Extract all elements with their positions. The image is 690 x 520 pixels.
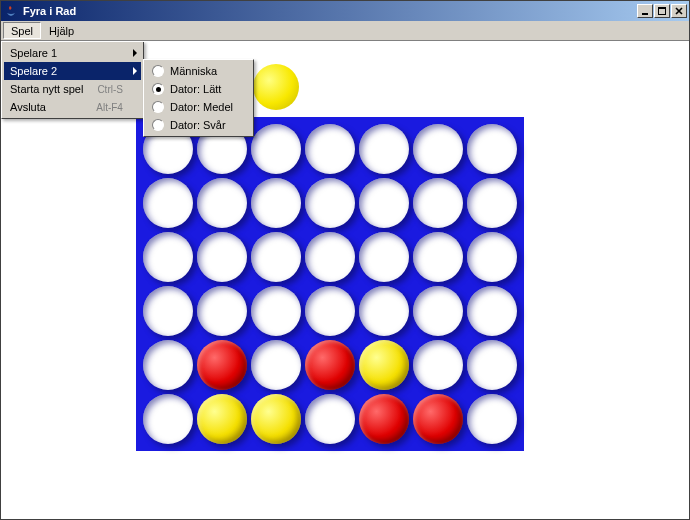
board-cell[interactable] [467, 232, 517, 282]
submenu-item-medium-label: Dator: Medel [170, 101, 233, 113]
board-cell[interactable] [305, 232, 355, 282]
board-cell[interactable] [305, 124, 355, 174]
board-cell[interactable] [251, 124, 301, 174]
board-cell[interactable] [305, 178, 355, 228]
menu-item-quit-label: Avsluta [10, 101, 82, 113]
board-cell[interactable] [467, 394, 517, 444]
board-cell[interactable] [143, 286, 193, 336]
menu-hjalp[interactable]: Hjälp [41, 22, 82, 39]
board-cell[interactable] [413, 340, 463, 390]
board-cell[interactable] [413, 232, 463, 282]
submenu-arrow-icon [133, 49, 137, 57]
board-cell[interactable] [359, 124, 409, 174]
content-area: Spelare 1 Spelare 2 Starta nytt spel Ctr… [1, 41, 689, 519]
java-icon [3, 3, 19, 19]
minimize-button[interactable] [637, 4, 653, 18]
board-cell[interactable] [305, 286, 355, 336]
board-cell[interactable] [359, 232, 409, 282]
player2-submenu: Människa Dator: Lätt Dator: Medel Dator:… [143, 59, 254, 137]
board-grid [143, 124, 517, 444]
radio-checked-icon [152, 83, 164, 95]
board-cell[interactable] [251, 178, 301, 228]
board-cell[interactable] [143, 394, 193, 444]
menubar: Spel Hjälp [1, 21, 689, 41]
board-cell[interactable] [359, 340, 409, 390]
board-cell[interactable] [251, 286, 301, 336]
submenu-arrow-icon [133, 67, 137, 75]
board-cell[interactable] [251, 232, 301, 282]
radio-icon [152, 119, 164, 131]
board-cell[interactable] [143, 178, 193, 228]
svg-rect-0 [642, 13, 648, 15]
board-cell[interactable] [413, 178, 463, 228]
menu-hjalp-label: Hjälp [49, 25, 74, 37]
board-cell[interactable] [197, 286, 247, 336]
board-cell[interactable] [143, 340, 193, 390]
menu-spel-label: Spel [11, 25, 33, 37]
radio-icon [152, 65, 164, 77]
submenu-item-hard[interactable]: Dator: Svår [146, 116, 251, 134]
submenu-item-easy-label: Dator: Lätt [170, 83, 233, 95]
menu-item-quit[interactable]: Avsluta Alt-F4 [4, 98, 141, 116]
board-cell[interactable] [359, 178, 409, 228]
maximize-button[interactable] [654, 4, 670, 18]
menu-item-new-game[interactable]: Starta nytt spel Ctrl-S [4, 80, 141, 98]
submenu-item-medium[interactable]: Dator: Medel [146, 98, 251, 116]
radio-icon [152, 101, 164, 113]
menu-item-quit-accel: Alt-F4 [96, 102, 123, 113]
menu-item-player1-label: Spelare 1 [10, 47, 123, 59]
submenu-item-easy[interactable]: Dator: Lätt [146, 80, 251, 98]
menu-item-new-game-accel: Ctrl-S [97, 84, 123, 95]
window-title: Fyra i Rad [23, 5, 637, 17]
titlebar: Fyra i Rad [1, 1, 689, 21]
board-cell[interactable] [413, 394, 463, 444]
board-cell[interactable] [305, 394, 355, 444]
board-cell[interactable] [467, 178, 517, 228]
board-cell[interactable] [197, 340, 247, 390]
board-cell[interactable] [197, 232, 247, 282]
hover-piece [253, 64, 299, 110]
board-cell[interactable] [251, 394, 301, 444]
menu-item-new-game-label: Starta nytt spel [10, 83, 83, 95]
menu-item-player2-label: Spelare 2 [10, 65, 123, 77]
submenu-item-hard-label: Dator: Svår [170, 119, 233, 131]
board-cell[interactable] [143, 232, 193, 282]
board-cell[interactable] [197, 394, 247, 444]
submenu-item-human[interactable]: Människa [146, 62, 251, 80]
menu-item-player1[interactable]: Spelare 1 [4, 44, 141, 62]
game-board[interactable] [136, 117, 524, 451]
menu-item-player2[interactable]: Spelare 2 [4, 62, 141, 80]
board-cell[interactable] [413, 124, 463, 174]
board-cell[interactable] [467, 340, 517, 390]
board-cell[interactable] [359, 286, 409, 336]
board-cell[interactable] [359, 394, 409, 444]
submenu-item-human-label: Människa [170, 65, 233, 77]
board-cell[interactable] [413, 286, 463, 336]
menu-spel[interactable]: Spel [3, 22, 41, 39]
svg-rect-2 [658, 7, 666, 9]
app-window: Fyra i Rad Spel Hjälp Spelare 1 [0, 0, 690, 520]
close-button[interactable] [671, 4, 687, 18]
spel-menu: Spelare 1 Spelare 2 Starta nytt spel Ctr… [1, 41, 144, 119]
board-cell[interactable] [251, 340, 301, 390]
board-cell[interactable] [197, 178, 247, 228]
board-cell[interactable] [467, 124, 517, 174]
board-cell[interactable] [305, 340, 355, 390]
board-cell[interactable] [467, 286, 517, 336]
